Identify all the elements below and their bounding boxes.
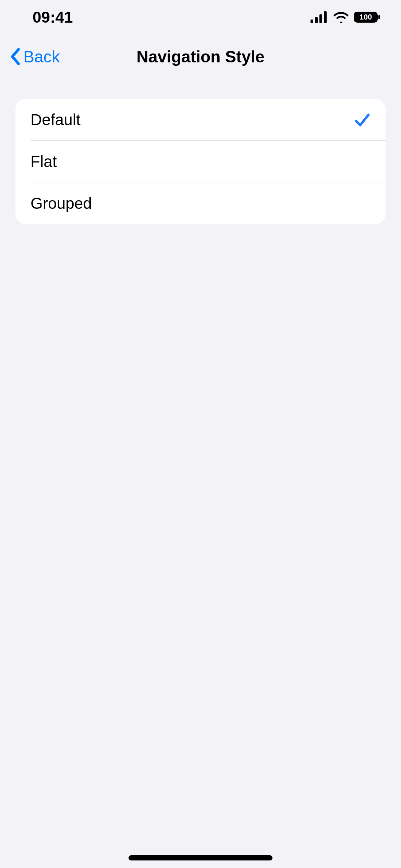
checkmark-icon	[354, 112, 370, 127]
option-label: Default	[31, 110, 81, 129]
status-bar: 09:41 100	[0, 0, 401, 34]
back-label: Back	[23, 47, 60, 66]
page-title: Navigation Style	[0, 47, 401, 66]
option-flat[interactable]: Flat	[15, 141, 386, 182]
nav-bar: Back Navigation Style	[0, 34, 401, 79]
option-label: Grouped	[31, 194, 92, 213]
svg-rect-5	[378, 15, 380, 19]
svg-rect-0	[311, 20, 313, 23]
wifi-icon	[333, 11, 349, 23]
svg-rect-2	[319, 14, 322, 23]
status-right: 100	[311, 11, 380, 23]
option-default[interactable]: Default	[15, 99, 386, 141]
cellular-icon	[311, 11, 328, 23]
battery-icon: 100	[354, 11, 380, 23]
option-grouped[interactable]: Grouped	[15, 182, 386, 224]
chevron-left-icon	[10, 47, 21, 66]
status-time: 09:41	[33, 8, 73, 26]
battery-level-text: 100	[360, 13, 372, 21]
svg-rect-3	[324, 11, 327, 23]
back-button[interactable]: Back	[7, 47, 60, 66]
option-label: Flat	[31, 152, 57, 171]
home-indicator	[129, 855, 272, 860]
svg-rect-1	[315, 17, 318, 23]
options-list: Default Flat Grouped	[15, 99, 386, 224]
